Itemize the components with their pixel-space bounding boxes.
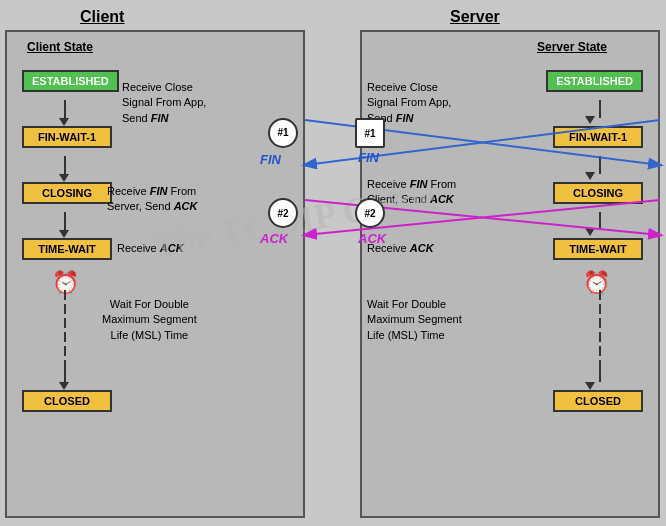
client-state-label: Client State bbox=[27, 40, 93, 54]
client-title: Client bbox=[80, 8, 124, 26]
sarrowhead-3 bbox=[585, 228, 595, 236]
sdashed-2 bbox=[599, 304, 601, 314]
client-label-2: Receive FIN FromServer, Send ACK bbox=[107, 184, 198, 215]
fin1-label-server: FIN bbox=[358, 150, 379, 165]
sarrow-3 bbox=[599, 212, 601, 230]
ack2-circle-client: #2 bbox=[268, 198, 298, 228]
client-fin-wait-1: FIN-WAIT-1 bbox=[22, 126, 112, 148]
server-closing: CLOSING bbox=[553, 182, 643, 204]
sdashed-6 bbox=[599, 360, 601, 368]
arrow-4 bbox=[64, 368, 66, 382]
dashed-4 bbox=[64, 332, 66, 342]
client-established: ESTABLISHED bbox=[22, 70, 119, 92]
server-established: ESTABLISHED bbox=[546, 70, 643, 92]
ack2-circle-server: #2 bbox=[355, 198, 385, 228]
dashed-6 bbox=[64, 360, 66, 368]
sarrow-1 bbox=[599, 100, 601, 118]
dashed-5 bbox=[64, 346, 66, 356]
ack2-label-server: ACK bbox=[358, 231, 386, 246]
sarrowhead-1 bbox=[585, 116, 595, 124]
client-label-3: Receive ACK bbox=[117, 242, 184, 254]
sarrowhead-4 bbox=[585, 382, 595, 390]
client-label-1: Receive CloseSignal From App,Send FIN bbox=[122, 80, 206, 126]
sdashed-1 bbox=[599, 290, 601, 300]
sdashed-3 bbox=[599, 318, 601, 328]
dashed-2 bbox=[64, 304, 66, 314]
arrowhead-2 bbox=[59, 174, 69, 182]
arrow-2 bbox=[64, 156, 66, 174]
fin1-box-server: #1 bbox=[355, 118, 385, 148]
client-closed: CLOSED bbox=[22, 390, 112, 412]
server-label-4: Wait For DoubleMaximum SegmentLife (MSL)… bbox=[367, 297, 462, 343]
server-clock-icon: ⏰ bbox=[583, 270, 610, 296]
client-closing: CLOSING bbox=[22, 182, 112, 204]
sdashed-5 bbox=[599, 346, 601, 356]
dashed-3 bbox=[64, 318, 66, 328]
server-fin-wait-1: FIN-WAIT-1 bbox=[553, 126, 643, 148]
sdashed-4 bbox=[599, 332, 601, 342]
sarrow-4 bbox=[599, 368, 601, 382]
client-panel: Client State ESTABLISHED FIN-WAIT-1 CLOS… bbox=[5, 30, 305, 518]
server-state-label: Server State bbox=[537, 40, 607, 54]
server-closed: CLOSED bbox=[553, 390, 643, 412]
client-time-wait: TIME-WAIT bbox=[22, 238, 112, 260]
server-panel: Server State ESTABLISHED FIN-WAIT-1 CLOS… bbox=[360, 30, 660, 518]
arrowhead-4 bbox=[59, 382, 69, 390]
server-title: Server bbox=[450, 8, 500, 26]
ack2-label-client: ACK bbox=[260, 231, 288, 246]
server-time-wait: TIME-WAIT bbox=[553, 238, 643, 260]
fin1-label-client: FIN bbox=[260, 152, 281, 167]
dashed-1 bbox=[64, 290, 66, 300]
client-label-4: Wait For DoubleMaximum SegmentLife (MSL)… bbox=[102, 297, 197, 343]
arrowhead-1 bbox=[59, 118, 69, 126]
arrowhead-3 bbox=[59, 230, 69, 238]
arrow-3 bbox=[64, 212, 66, 230]
arrow-1 bbox=[64, 100, 66, 118]
fin1-circle-client: #1 bbox=[268, 118, 298, 148]
main-container: Client Server Client State ESTABLISHED F… bbox=[0, 0, 666, 526]
sarrow-2 bbox=[599, 156, 601, 174]
sarrowhead-2 bbox=[585, 172, 595, 180]
